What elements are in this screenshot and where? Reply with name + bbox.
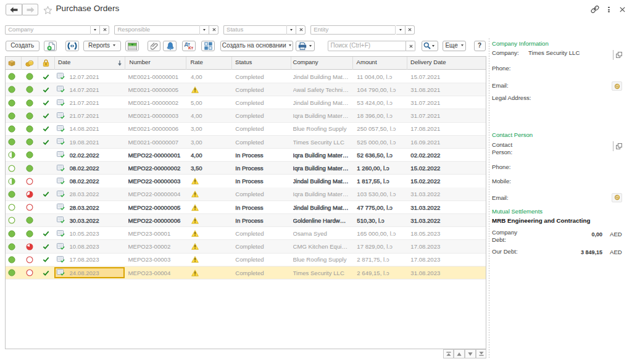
- svg-text:@: @: [615, 84, 619, 88]
- svg-text:@: @: [615, 195, 619, 199]
